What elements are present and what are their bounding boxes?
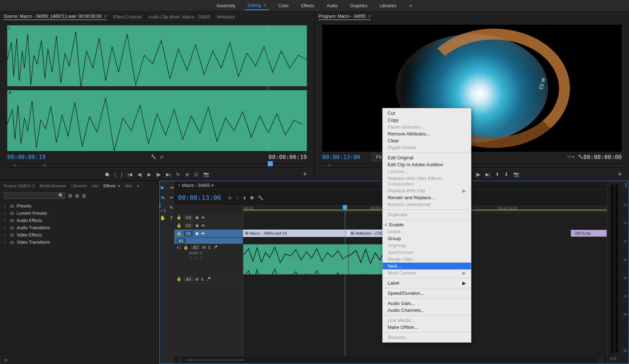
wrench-icon[interactable]: 🔧 bbox=[578, 154, 583, 159]
tree-video-effects[interactable]: ›🗀Video Effects bbox=[4, 231, 154, 239]
clip-audio-1[interactable] bbox=[243, 244, 349, 275]
ctx-audio-channels[interactable]: Audio Channels... bbox=[383, 307, 471, 314]
close-icon[interactable]: × bbox=[178, 183, 180, 188]
program-scrubber[interactable] bbox=[322, 162, 622, 168]
timeline-tc[interactable]: 00:00:13:06 bbox=[178, 194, 221, 201]
mute-button[interactable]: M bbox=[195, 277, 199, 281]
step-fwd-icon[interactable]: |▶ bbox=[475, 172, 480, 177]
ctx-make-offline[interactable]: Make Offline... bbox=[383, 324, 471, 331]
tab-media-browser[interactable]: Media Browser bbox=[40, 184, 66, 188]
wrench-icon[interactable]: 🔧 bbox=[258, 195, 263, 200]
toggle-output-icon[interactable]: ◉ bbox=[195, 223, 199, 228]
track-head-a3[interactable]: 🔒A3MS🎤 bbox=[174, 275, 243, 283]
source-playhead[interactable] bbox=[268, 25, 268, 152]
ws-assembly[interactable]: Assembly bbox=[213, 2, 238, 10]
play-icon[interactable]: ▶ bbox=[147, 172, 151, 177]
step-fwd-icon[interactable]: |▶ bbox=[156, 172, 161, 177]
menu-icon[interactable]: ≡ bbox=[263, 3, 266, 8]
fx-yuv-icon[interactable]: ▦ bbox=[82, 193, 86, 198]
ctx-group[interactable]: Group bbox=[383, 235, 471, 242]
ctx-speed-duration[interactable]: Speed/Duration... bbox=[383, 290, 471, 297]
menu-icon[interactable]: ≡ bbox=[211, 183, 214, 188]
ctx-edit-audition[interactable]: Edit Clip In Adobe Audition bbox=[383, 161, 471, 168]
track-head-a1[interactable]: A1 bbox=[174, 238, 243, 244]
track-head-v3[interactable]: 🔒V3◉👁 bbox=[174, 214, 243, 222]
marker-icon[interactable]: ⧫ bbox=[243, 195, 246, 200]
scrub-handle[interactable] bbox=[268, 161, 273, 166]
go-to-out-icon[interactable]: ▶| bbox=[166, 172, 171, 177]
ripple-tool-icon[interactable]: ⇆ bbox=[159, 194, 166, 201]
pen-tool-icon[interactable]: ✎ bbox=[168, 204, 175, 211]
source-scrubber[interactable] bbox=[7, 162, 307, 168]
ctx-nest[interactable]: Nest... bbox=[383, 263, 471, 269]
overwrite-icon[interactable]: ⊡ bbox=[194, 172, 198, 177]
lock-icon[interactable]: 🔒 bbox=[176, 231, 182, 236]
wrench-icon[interactable]: 🔧 bbox=[151, 154, 156, 159]
ctx-render-replace[interactable]: Render and Replace... bbox=[383, 194, 471, 201]
ctx-enable[interactable]: ✓Enable bbox=[383, 221, 471, 228]
ws-graphics[interactable]: Graphics bbox=[347, 2, 370, 10]
effects-search-input[interactable] bbox=[4, 192, 65, 199]
keyframe-prev-icon[interactable]: ◁ bbox=[189, 256, 192, 260]
settings-icon[interactable]: ⬢ bbox=[250, 195, 254, 200]
ws-effects[interactable]: Effects bbox=[298, 2, 317, 10]
track-head-v2[interactable]: 🔒V2◉👁 bbox=[174, 222, 243, 230]
lock-icon[interactable]: 🔒 bbox=[183, 245, 188, 250]
keyframe-next-icon[interactable]: ▷ bbox=[200, 256, 203, 260]
linked-selection-icon[interactable]: ∩ bbox=[236, 195, 239, 200]
razor-tool-icon[interactable]: ✂ bbox=[168, 194, 175, 201]
keyframe-add-icon[interactable]: ◇ bbox=[195, 256, 197, 260]
tree-video-transitions[interactable]: ›🗀Video Transitions bbox=[4, 239, 154, 246]
export-frame-icon[interactable]: 📷 bbox=[513, 172, 519, 177]
go-to-out-icon[interactable]: ▶| bbox=[486, 172, 490, 177]
solo-button[interactable]: S bbox=[201, 277, 203, 281]
search-icon[interactable]: 🔍 bbox=[58, 193, 64, 198]
selection-tool-icon[interactable]: ▶ bbox=[159, 184, 166, 191]
slip-tool-icon[interactable]: |↔| bbox=[159, 204, 166, 211]
mic-icon[interactable]: 🎤 bbox=[206, 277, 211, 281]
snap-icon[interactable]: ⧉ bbox=[228, 195, 232, 200]
ctx-edit-original[interactable]: Edit Original bbox=[383, 154, 471, 161]
timeline-playhead[interactable] bbox=[345, 206, 345, 214]
export-frame-icon[interactable]: 📷 bbox=[203, 172, 209, 177]
tab-effects[interactable]: Effects ≡ bbox=[104, 184, 120, 188]
lift-icon[interactable]: ⬆ bbox=[495, 172, 499, 177]
ctx-clear[interactable]: Clear bbox=[383, 137, 471, 144]
lock-icon[interactable]: 🔒 bbox=[176, 223, 182, 228]
solo-button[interactable]: S bbox=[208, 245, 211, 250]
mark-in-icon[interactable]: { bbox=[114, 172, 116, 177]
mark-out-icon[interactable]: } bbox=[121, 172, 122, 177]
tab-source[interactable]: Source: Macro - 34855: 1488711.wav: 00:0… bbox=[4, 14, 107, 20]
tree-audio-effects[interactable]: ›🗀Audio Effects bbox=[4, 217, 154, 224]
ws-editing[interactable]: Editing ≡ bbox=[245, 1, 269, 10]
ctx-remove-attributes[interactable]: Remove Attributes... bbox=[383, 130, 471, 137]
fx-badge-icon[interactable]: ▦ bbox=[68, 193, 72, 198]
lock-icon[interactable]: 🔒 bbox=[176, 277, 182, 281]
sequence-tab[interactable]: ×Macro - 34855 ≡ bbox=[178, 183, 214, 188]
track-head-v1[interactable]: 🔒V1◉👁 bbox=[174, 230, 243, 238]
tab-libraries[interactable]: Libraries bbox=[71, 184, 87, 188]
hand-tool-icon[interactable]: ✋ bbox=[159, 214, 166, 221]
tree-lumetri-presets[interactable]: ›🗀Lumetri Presets bbox=[4, 210, 154, 217]
tree-presets[interactable]: ›🗀Presets bbox=[4, 202, 154, 210]
ws-libraries[interactable]: Libraries bbox=[377, 2, 399, 10]
zoom-in-icon[interactable] bbox=[599, 358, 603, 362]
tabs-overflow[interactable]: » bbox=[137, 184, 139, 188]
go-to-in-icon[interactable]: |◀ bbox=[128, 172, 132, 177]
link-icon[interactable]: ⟲ bbox=[4, 358, 7, 363]
tab-effect-controls[interactable]: Effect Controls bbox=[113, 14, 142, 20]
toggle-output-icon[interactable]: ◉ bbox=[195, 231, 199, 236]
tab-metadata[interactable]: Metadata bbox=[217, 14, 235, 20]
ctx-cut[interactable]: Cut bbox=[383, 110, 471, 117]
fx-32-icon[interactable]: ▦ bbox=[75, 193, 79, 198]
tab-program[interactable]: Program: Macro - 34855 ≡ bbox=[318, 14, 371, 20]
eye-icon[interactable]: 👁 bbox=[201, 216, 205, 220]
clip-26475[interactable]: - 26475.mp bbox=[571, 230, 607, 237]
program-monitor[interactable]: Ж-53 bbox=[322, 25, 622, 152]
loop-icon[interactable]: ↻ bbox=[176, 172, 180, 177]
tree-audio-transitions[interactable]: ›🗀Audio Transitions bbox=[4, 224, 154, 231]
tab-project[interactable]: Project: E04CC-2 bbox=[4, 184, 35, 188]
mute-button[interactable]: M bbox=[202, 245, 205, 250]
program-tc-left[interactable]: 00:00:13:06 bbox=[322, 154, 361, 160]
mark-clip-icon[interactable]: ⬢ bbox=[105, 172, 109, 177]
